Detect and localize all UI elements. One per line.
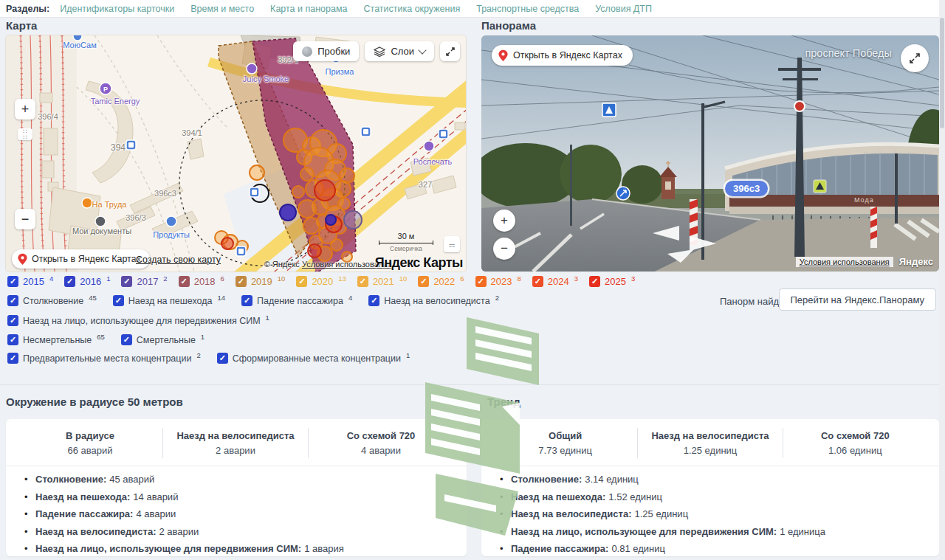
zoom-in-button[interactable]: + (15, 99, 35, 120)
stat-column: Общий 7.73 единиц (493, 428, 637, 458)
type-filter-checkbox[interactable]: Падение пассажира 4 (241, 295, 352, 306)
checkbox-checked-icon[interactable] (121, 276, 132, 287)
checkbox-checked-icon[interactable] (113, 295, 124, 306)
traffic-button[interactable]: Пробки (293, 41, 359, 61)
panorama-canvas[interactable]: Открыть в Яндекс Картах проспект Победы … (481, 35, 939, 272)
year-filter-checkbox[interactable]: 2020 13 (296, 276, 346, 287)
year-filter-checkbox[interactable]: 2022 6 (418, 276, 464, 287)
concentration-filter-checkbox[interactable]: Сформированные места концентрации 1 (217, 353, 410, 364)
checkbox-checked-icon[interactable] (418, 276, 429, 287)
checkbox-checked-icon[interactable] (7, 315, 18, 326)
create-map-link[interactable]: Создать свою карту (136, 255, 221, 265)
type-filter-checkbox[interactable]: Наезд на пешехода 14 (113, 295, 225, 306)
map-pin-icon (498, 49, 508, 62)
map-canvas[interactable]: P МоюСам Tamic Energy 396/4 394 394/1 39… (6, 35, 466, 272)
scrollbar-thumb[interactable] (940, 18, 944, 128)
concentration-filters: Предварительные места концентрации 2 Сфо… (7, 353, 410, 364)
detail-item: Наезд на пешехода:14 аварий (35, 491, 467, 502)
ruler-button[interactable]: ⚎ (444, 236, 460, 252)
traffic-icon (302, 46, 312, 57)
detail-item: Наезд на пешехода:1.52 единиц (511, 491, 939, 502)
open-in-yandex-maps-button[interactable]: Открыть в Яндекс Картах (12, 249, 150, 269)
type-filter-checkbox[interactable]: Наезд на велосипедиста 2 (368, 295, 499, 306)
transit-stop-icon (361, 127, 371, 136)
checkbox-checked-icon[interactable] (532, 276, 543, 287)
open-in-yandex-maps-button[interactable]: Открыть в Яндекс Картах (492, 45, 633, 66)
checkbox-checked-icon[interactable] (296, 276, 307, 287)
year-filter-checkbox[interactable]: 2015 4 (7, 276, 53, 287)
surroundings-stats: В радиусе 66 аварий Наезд на велосипедис… (6, 419, 467, 466)
checkbox-checked-icon[interactable] (7, 353, 18, 364)
checkbox-checked-icon[interactable] (589, 276, 600, 287)
map-attribution: © Яндекс Условия использования (264, 260, 392, 269)
stat-column: Со схемой 720 4 аварии (308, 428, 453, 458)
yandex-maps-logo: Яндекс Карты (375, 255, 463, 271)
year-filter-checkbox[interactable]: 2019 10 (236, 276, 286, 287)
year-filter-checkbox[interactable]: 2018 6 (179, 276, 224, 287)
stat-column: Наезд на велосипедиста 1.25 единиц (637, 428, 782, 458)
building-badge[interactable]: 396с3 (725, 181, 768, 196)
checkbox-checked-icon[interactable] (7, 295, 18, 306)
year-filter-checkbox[interactable]: 2023 8 (475, 276, 521, 287)
year-filter-checkbox[interactable]: 2024 3 (532, 276, 578, 287)
detail-item: Наезд на лицо, использующее для передвиж… (511, 526, 939, 537)
year-filter-checkbox[interactable]: 2021 10 (357, 276, 408, 287)
year-filter-checkbox[interactable]: 2025 3 (589, 276, 635, 287)
detail-item: Наезд на велосипедиста:1.25 единиц (511, 508, 939, 519)
checkbox-checked-icon[interactable] (7, 276, 18, 287)
surroundings-title: Окружение в радиусе 50 метров (6, 395, 183, 408)
panorama-fullscreen-button[interactable] (901, 44, 929, 72)
checkbox-checked-icon[interactable] (179, 276, 190, 287)
panorama-zoom-in-button[interactable]: + (493, 210, 515, 232)
detail-item: Наезд на лицо, использующее для передвиж… (35, 543, 467, 554)
checkbox-checked-icon[interactable] (475, 276, 487, 287)
terms-link[interactable]: Условия использования (796, 257, 893, 267)
poi-docs-icon (95, 216, 106, 227)
poi-moyusam-icon (73, 35, 82, 41)
layers-button[interactable]: Слои (365, 41, 434, 61)
zoom-out-button[interactable]: − (15, 209, 35, 229)
map-scale: 30 м Семеричка (379, 232, 433, 252)
detail-item: Столкновение:45 аварий (35, 474, 467, 485)
transit-stop-icon (250, 187, 259, 197)
nav-link[interactable]: Статистика окружения (364, 4, 461, 14)
section-divider (0, 384, 945, 385)
checkbox-checked-icon[interactable] (217, 353, 228, 364)
checkbox-checked-icon[interactable] (241, 295, 252, 306)
expand-icon (909, 52, 921, 64)
map-pin-icon (18, 253, 27, 266)
checkbox-checked-icon[interactable] (64, 276, 75, 287)
type-filter-checkbox[interactable]: Наезд на лицо, использующее для передвиж… (7, 315, 269, 326)
year-filter-checkbox[interactable]: 2017 2 (121, 276, 167, 287)
poi-cafe-icon (82, 198, 92, 208)
checkbox-checked-icon[interactable] (368, 295, 379, 306)
severity-filter-checkbox[interactable]: Смертельные 1 (121, 334, 205, 345)
year-filter-checkbox[interactable]: 2016 1 (64, 276, 110, 287)
poi-shop-icon (247, 63, 257, 74)
checkbox-checked-icon[interactable] (7, 334, 18, 345)
type-filter-checkbox[interactable]: Столкновение 45 (7, 295, 97, 306)
svg-text:P: P (103, 86, 108, 93)
checkbox-checked-icon[interactable] (121, 334, 132, 345)
section-nav: Разделы: Идентификаторы карточкиВремя и … (0, 0, 945, 18)
nav-link[interactable]: Карта и панорама (270, 4, 347, 14)
stat-column: Наезд на велосипедиста 2 аварии (162, 428, 308, 458)
trend-title: Тренд (487, 395, 520, 408)
concentration-filter-checkbox[interactable]: Предварительные места концентрации 2 (7, 353, 201, 364)
nav-link[interactable]: Время и место (190, 4, 254, 14)
chevron-down-icon (418, 46, 426, 54)
severity-filter-checkbox[interactable]: Несмертельные 65 (7, 334, 105, 345)
checkbox-checked-icon[interactable] (236, 276, 247, 287)
nav-link[interactable]: Условия ДТП (595, 4, 652, 14)
accident-type-filters: Столкновение 45 Наезд на пешехода 14 Пад… (7, 295, 499, 306)
panorama-graphics (481, 35, 939, 272)
page-scrollbar[interactable] (939, 0, 945, 560)
layers-icon (374, 46, 385, 57)
checkbox-checked-icon[interactable] (357, 276, 368, 287)
panorama-zoom-out-button[interactable]: − (493, 238, 515, 260)
nav-link[interactable]: Транспортные средства (476, 4, 579, 14)
goto-yandex-panorama-button[interactable]: Перейти на Яндекс.Панораму (779, 288, 937, 311)
map-fullscreen-button[interactable] (440, 41, 460, 61)
nav-link[interactable]: Идентификаторы карточки (60, 4, 174, 14)
map-mini-control[interactable]: ∷∷ (18, 128, 32, 140)
